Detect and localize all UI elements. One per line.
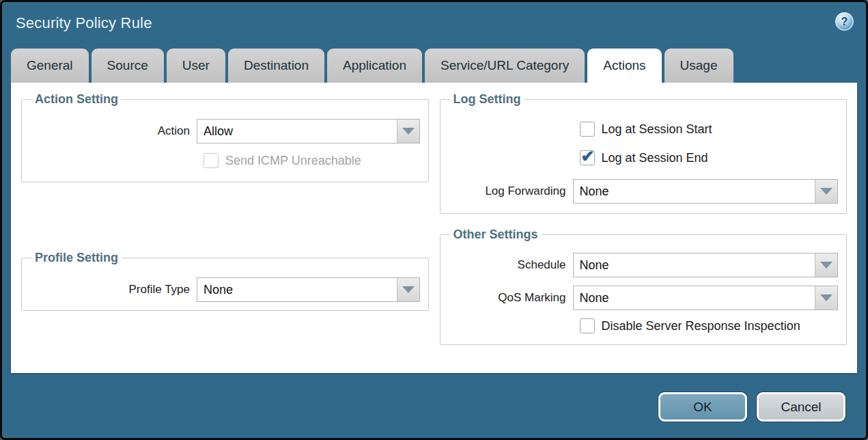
- log-session-start-row: Log at Session Start: [446, 122, 839, 137]
- schedule-dropdown-arrow[interactable]: [815, 253, 837, 277]
- log-forwarding-dropdown[interactable]: None: [573, 179, 839, 204]
- tab-destination[interactable]: Destination: [228, 49, 324, 83]
- other-settings-legend: Other Settings: [450, 228, 542, 242]
- profile-type-label: Profile Type: [27, 283, 197, 297]
- action-dropdown-arrow[interactable]: [397, 120, 419, 143]
- dsri-row: Disable Server Response Inspection: [446, 318, 839, 333]
- profile-type-dropdown-value: None: [197, 278, 397, 301]
- schedule-row: Schedule None: [446, 253, 839, 277]
- help-icon[interactable]: ?: [835, 12, 854, 31]
- chevron-down-icon: [820, 294, 832, 301]
- log-forwarding-label: Log Forwarding: [446, 184, 573, 198]
- action-dropdown[interactable]: Allow: [197, 119, 420, 143]
- cancel-button[interactable]: Cancel: [757, 392, 845, 422]
- left-column: Action Setting Action Allow Send ICMP Un…: [21, 92, 429, 373]
- chevron-down-icon: [402, 128, 415, 135]
- profile-type-row: Profile Type None: [27, 277, 420, 302]
- log-at-session-end-label[interactable]: Log at Session End: [602, 151, 708, 165]
- action-label: Action: [27, 124, 197, 138]
- actions-tab-panel: Action Setting Action Allow Send ICMP Un…: [11, 83, 857, 373]
- qos-marking-label: QoS Marking: [446, 291, 573, 305]
- profile-type-dropdown[interactable]: None: [197, 277, 420, 302]
- log-at-session-end-checkbox[interactable]: [580, 150, 595, 165]
- tab-application[interactable]: Application: [327, 49, 422, 83]
- other-settings-group: Other Settings Schedule None QoS Marking…: [440, 228, 848, 345]
- tab-bar: General Source User Destination Applicat…: [11, 49, 857, 83]
- schedule-dropdown[interactable]: None: [573, 253, 839, 277]
- schedule-label: Schedule: [446, 258, 573, 272]
- send-icmp-unreachable-checkbox: [204, 153, 219, 168]
- security-policy-rule-dialog: Security Policy Rule ? General Source Us…: [0, 0, 868, 440]
- disable-server-response-inspection-label[interactable]: Disable Server Response Inspection: [602, 319, 800, 333]
- chevron-down-icon: [820, 262, 832, 269]
- log-forwarding-dropdown-value: None: [574, 180, 815, 203]
- qos-marking-dropdown-value: None: [574, 286, 815, 310]
- tab-service-url-category[interactable]: Service/URL Category: [425, 49, 585, 83]
- chevron-down-icon: [402, 286, 415, 293]
- dialog-title: Security Policy Rule: [16, 14, 152, 32]
- profile-setting-legend: Profile Setting: [31, 251, 122, 265]
- tab-actions[interactable]: Actions: [587, 49, 661, 83]
- action-dropdown-value: Allow: [197, 120, 397, 143]
- chevron-down-icon: [820, 188, 832, 195]
- profile-setting-group: Profile Setting Profile Type None: [21, 251, 429, 311]
- log-setting-group: Log Setting Log at Session Start Log at …: [440, 92, 848, 214]
- log-forwarding-row: Log Forwarding None: [446, 179, 839, 204]
- ok-button[interactable]: OK: [658, 392, 747, 422]
- qos-marking-dropdown[interactable]: None: [573, 286, 839, 310]
- title-bar: Security Policy Rule ?: [2, 2, 866, 44]
- tab-source[interactable]: Source: [92, 49, 164, 83]
- log-setting-legend: Log Setting: [450, 92, 524, 107]
- tab-user[interactable]: User: [167, 49, 225, 83]
- dialog-footer: OK Cancel: [2, 373, 866, 422]
- log-forwarding-dropdown-arrow[interactable]: [815, 180, 837, 203]
- profile-type-dropdown-arrow[interactable]: [397, 278, 419, 301]
- tab-usage[interactable]: Usage: [664, 49, 733, 83]
- send-icmp-unreachable-label: Send ICMP Unreachable: [225, 154, 361, 168]
- right-column: Log Setting Log at Session Start Log at …: [440, 92, 848, 373]
- log-at-session-start-label[interactable]: Log at Session Start: [602, 122, 712, 137]
- action-setting-group: Action Setting Action Allow Send ICMP Un…: [21, 92, 429, 182]
- action-row: Action Allow: [27, 119, 420, 143]
- qos-marking-dropdown-arrow[interactable]: [815, 286, 837, 310]
- schedule-dropdown-value: None: [574, 253, 815, 277]
- send-icmp-row: Send ICMP Unreachable: [27, 153, 420, 168]
- log-session-end-row: Log at Session End: [446, 150, 839, 165]
- disable-server-response-inspection-checkbox[interactable]: [580, 318, 595, 333]
- qos-marking-row: QoS Marking None: [446, 286, 839, 310]
- tab-general[interactable]: General: [11, 49, 89, 83]
- log-at-session-start-checkbox[interactable]: [580, 122, 595, 137]
- action-setting-legend: Action Setting: [31, 92, 122, 107]
